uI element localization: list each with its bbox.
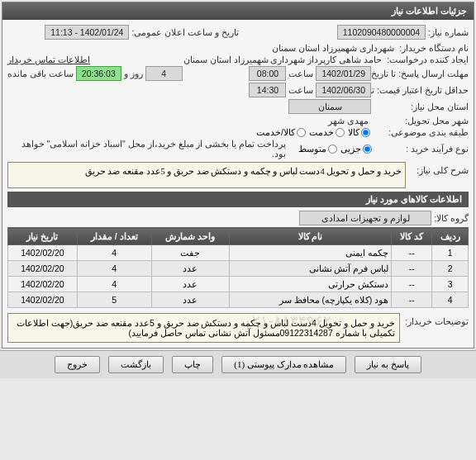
deadline-label: مهلت ارسال پاسخ: تا تاریخ: (374, 69, 469, 78)
items-table: ردیف کد کالا نام کالا واحد شمارش تعداد /… (7, 227, 469, 308)
th-name: نام کالا (229, 228, 392, 245)
table-row[interactable]: 2--لباس فرم آتش نشانیعدد41402/02/20 (8, 261, 469, 277)
buyer-contact-link[interactable]: اطلاعات تماس خریدار (7, 55, 90, 64)
cell-code: -- (392, 277, 432, 292)
cell-name: دستکش حرارتی (229, 277, 392, 292)
cell-unit: عدد (151, 261, 229, 277)
buyer-org-value: شهرداری شهمیرزاد استان سمنان (7, 43, 397, 53)
cell-idx: 1 (432, 245, 469, 261)
cell-qty: 5 (77, 292, 151, 308)
table-row[interactable]: 4--هود (کلاه یکپارچه) محافظ سرعدد51402/0… (8, 292, 469, 308)
cell-name: هود (کلاه یکپارچه) محافظ سر (229, 292, 392, 308)
cell-code: -- (392, 292, 432, 308)
deliver-city-label: شهر محل تحویل: (374, 116, 469, 126)
radio-jozi[interactable] (363, 145, 372, 154)
hour-label-1: ساعت (288, 69, 313, 78)
cell-qty: 4 (77, 245, 151, 261)
cell-name: لباس فرم آتش نشانی (229, 261, 392, 277)
radio-kala-label: کالا (348, 127, 359, 137)
deliver-city-value: مهدی شهر (326, 116, 371, 126)
th-unit: واحد شمارش (151, 228, 229, 245)
deadline-time: 08:00 (249, 66, 286, 81)
radio-khadamat[interactable] (336, 128, 345, 137)
cell-unit: عدد (151, 292, 229, 308)
main-panel: جزئیات اطلاعات نیاز شماره نیاز: 11020904… (2, 2, 474, 349)
announce-label: تاریخ و ساعت اعلان عمومی: (131, 27, 239, 37)
need-no-value: 1102090480000004 (337, 25, 426, 40)
radio-kalakhadamat[interactable] (297, 128, 306, 137)
print-button[interactable]: چاپ (172, 356, 213, 373)
day-label: روز و (124, 69, 143, 78)
process-note: پرداخت تمام یا بخشی از مبلغ خرید،از محل … (7, 139, 288, 159)
need-place-label: استان محل نیاز: (374, 102, 469, 111)
radio-khadamat-label: خدمت (309, 127, 334, 137)
deadline-day: 4 (145, 66, 183, 81)
announce-value: 1402/01/24 - 11:13 (45, 25, 129, 40)
sharh-label: شرح کلی نیاز: (408, 162, 469, 175)
radio-kalakhadamat-label: کالا/خدمت (256, 127, 295, 137)
deadline-date: 1402/01/29 (316, 66, 371, 81)
table-row[interactable]: 1--چکمه ایمنیجفت41402/02/20 (8, 245, 469, 261)
back-button[interactable]: بازگشت (108, 356, 164, 373)
buyer-note-text: خرید و حمل و تحویل 4دست لباس و چکمه و دس… (7, 313, 400, 343)
cell-date: 1402/02/20 (8, 277, 78, 292)
requester-value: حامد شاهی کارپرداز شهرداری شهمیرزاد استا… (181, 55, 385, 64)
respond-button[interactable]: پاسخ به نیاز (355, 356, 421, 373)
sharh-text[interactable] (7, 162, 406, 188)
requester-label: ایجاد کننده درخواست: (387, 55, 469, 64)
validity-date: 1402/06/30 (316, 83, 371, 97)
validity-time: 14:30 (249, 83, 286, 97)
radio-motavaset-label: متوسط (298, 144, 326, 154)
time-remaining: 20:36:03 (76, 66, 121, 81)
cell-date: 1402/02/20 (8, 245, 78, 261)
panel-title: جزئیات اطلاعات نیاز (2, 2, 474, 20)
th-code: کد کالا (392, 228, 432, 245)
buyer-org-label: نام دستگاه خریدار: (399, 43, 469, 53)
cell-date: 1402/02/20 (8, 261, 78, 277)
cell-name: چکمه ایمنی (229, 245, 392, 261)
category-label: طبقه بندی موضوعی: (374, 127, 469, 137)
need-no-label: شماره نیاز: (428, 27, 469, 37)
cell-qty: 4 (77, 261, 151, 277)
radio-motavaset[interactable] (328, 145, 337, 154)
need-place-value: سمنان (288, 99, 371, 114)
radio-kala[interactable] (361, 128, 370, 137)
remain-label: ساعت باقی مانده (7, 69, 74, 78)
group-value: لوازم و تجهیزات امدادی (299, 211, 431, 225)
cell-idx: 3 (432, 277, 469, 292)
table-row[interactable]: 3--دستکش حرارتیعدد41402/02/20 (8, 277, 469, 292)
cell-code: -- (392, 245, 432, 261)
cell-unit: عدد (151, 277, 229, 292)
th-qty: تعداد / مقدار (77, 228, 151, 245)
cell-unit: جفت (151, 245, 229, 261)
radio-jozi-label: جزیی (340, 144, 361, 154)
cell-date: 1402/02/20 (8, 292, 78, 308)
group-label: گروه کالا: (434, 213, 469, 223)
cell-idx: 4 (432, 292, 469, 308)
cell-idx: 2 (432, 261, 469, 277)
items-header: اطلاعات کالاهای مورد نیاز (7, 192, 469, 207)
cell-code: -- (392, 261, 432, 277)
th-date: تاریخ نیاز (8, 228, 78, 245)
cell-qty: 4 (77, 277, 151, 292)
attachments-button[interactable]: مشاهده مدارک پیوستی (1) (221, 356, 346, 373)
exit-button[interactable]: خروج (55, 356, 100, 373)
footer-buttons: پاسخ به نیاز مشاهده مدارک پیوستی (1) چاپ… (0, 350, 476, 378)
buyer-notes-label: توضیحات خریدار: (402, 313, 469, 326)
process-label: نوع فرآیند خرید : (375, 144, 469, 154)
hour-label-2: ساعت (288, 85, 313, 95)
validity-label: حداقل تاریخ اعتبار قیمت: تا تاریخ: (374, 85, 469, 95)
th-idx: ردیف (432, 228, 469, 245)
